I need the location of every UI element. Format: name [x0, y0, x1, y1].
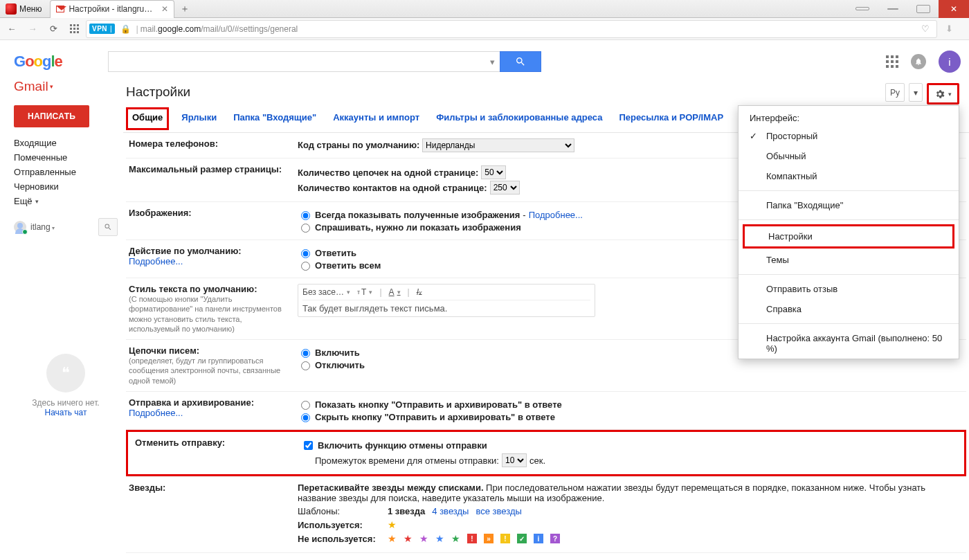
forward-button[interactable]: →	[24, 20, 42, 38]
images-ask-radio[interactable]	[301, 224, 310, 233]
sidebar-item-drafts[interactable]: Черновики	[14, 179, 118, 194]
settings-gear-button[interactable]: ▾	[927, 83, 959, 105]
menu-account-setup[interactable]: Настройка аккаунта Gmail (выполнено: 50 …	[739, 328, 959, 359]
address-bar[interactable]: VPN 🔒 | mail.google.com/mail/u/0/#settin…	[86, 20, 937, 38]
preset-all-stars[interactable]: все звезды	[476, 506, 521, 516]
opera-menu-button[interactable]: Меню	[0, 0, 47, 18]
menu-settings[interactable]: Настройки	[743, 224, 954, 249]
threads-note: (определяет, будут ли группироваться соо…	[129, 356, 292, 386]
font-size-button[interactable]: тT	[357, 287, 372, 297]
star-yellow-icon[interactable]: ★	[388, 519, 397, 530]
threads-off-radio[interactable]	[301, 361, 310, 370]
sidebar-item-inbox[interactable]: Входящие	[14, 136, 118, 150]
sidebar-item-sent[interactable]: Отправленные	[14, 165, 118, 179]
star-blue-icon[interactable]: ★	[435, 533, 444, 544]
font-color-button[interactable]: A	[389, 287, 401, 297]
images-always-radio[interactable]	[301, 211, 310, 220]
google-apps-icon[interactable]	[886, 55, 898, 68]
tab-accounts[interactable]: Аккаунты и импорт	[329, 109, 424, 132]
yellow-bang-icon[interactable]: !	[500, 534, 510, 543]
phone-country-select[interactable]: Нидерланды	[422, 138, 574, 152]
window-pin-button[interactable]	[847, 0, 878, 18]
density-comfortable[interactable]: Просторный	[739, 126, 959, 146]
remove-formatting-button[interactable]: Ix	[417, 287, 422, 297]
speed-dial-button[interactable]	[65, 20, 83, 38]
purple-question-icon[interactable]: ?	[550, 534, 560, 543]
reply-radio[interactable]	[301, 249, 310, 258]
default-action-label: Действие по умолчанию:	[129, 246, 242, 256]
compose-button[interactable]: НАПИСАТЬ	[14, 105, 89, 127]
google-logo[interactable]: Google	[14, 53, 62, 71]
download-button[interactable]: ⬇	[940, 20, 958, 38]
send-archive-hide-radio[interactable]	[301, 413, 310, 422]
input-tools-label: Ру	[890, 88, 900, 98]
star-red-icon[interactable]: ★	[404, 533, 413, 544]
font-family-button[interactable]: Без засе…	[302, 287, 350, 297]
vpn-badge[interactable]: VPN	[89, 24, 115, 34]
star-purple-icon[interactable]: ★	[419, 533, 428, 544]
threads-on-label: Включить	[315, 347, 360, 358]
search-button[interactable]	[500, 51, 541, 72]
hangouts-start-chat[interactable]: Начать чат	[14, 408, 118, 417]
density-cozy[interactable]: Обычный	[739, 146, 959, 166]
sidebar-item-starred[interactable]: Помеченные	[14, 150, 118, 165]
threads-on-radio[interactable]	[301, 349, 310, 358]
reply-all-label: Ответить всем	[315, 260, 381, 271]
input-tools-dropdown[interactable]: ▾	[909, 83, 923, 102]
default-action-learn-more[interactable]: Подробнее...	[129, 256, 183, 267]
hangouts-search-button[interactable]	[98, 218, 118, 236]
reply-all-radio[interactable]	[301, 262, 310, 271]
hangouts-avatar-icon[interactable]	[14, 221, 26, 233]
bookmark-icon[interactable]: ♡	[917, 24, 934, 34]
window-maximize-button[interactable]	[908, 0, 939, 18]
preset-4-stars[interactable]: 4 звезды	[432, 506, 469, 516]
window-close-button[interactable]: ✕	[939, 0, 969, 18]
tab-forwarding[interactable]: Пересылка и POP/IMAP	[615, 109, 727, 132]
search-icon	[515, 56, 526, 67]
hangouts-icon: ❝	[46, 354, 85, 392]
menu-inbox-config[interactable]: Папка "Входящие"	[739, 195, 959, 215]
row-stars: Звезды: Перетаскивайте звезды между спис…	[126, 477, 966, 553]
gmail-brand-dropdown[interactable]: Gmail	[14, 79, 118, 94]
close-icon[interactable]: ✕	[161, 4, 168, 14]
menu-feedback[interactable]: Отправить отзыв	[739, 279, 959, 299]
text-style-sample: Так будет выглядеть текст письма.	[302, 303, 590, 314]
threads-label: Цепочки писем:	[129, 345, 199, 356]
browser-toolbar: ← → ⟳ VPN 🔒 | mail.google.com/mail/u/0/#…	[0, 18, 969, 40]
tab-inbox[interactable]: Папка "Входящие"	[229, 109, 320, 132]
stars-not-in-use-label: Не используется:	[298, 534, 381, 544]
reload-button[interactable]: ⟳	[44, 20, 62, 38]
browser-tab[interactable]: Настройки - itlangru@gm… ✕	[50, 0, 174, 18]
search-options-dropdown[interactable]: ▾	[486, 51, 500, 72]
star-green-icon[interactable]: ★	[451, 533, 460, 544]
send-archive-learn-more[interactable]: Подробнее...	[129, 408, 183, 418]
back-button[interactable]: ←	[3, 20, 21, 38]
input-tools-button[interactable]: Ру	[885, 83, 905, 102]
send-archive-show-radio[interactable]	[301, 401, 310, 410]
contacts-per-page-select[interactable]: 250	[490, 181, 520, 195]
opera-menu-label: Меню	[19, 4, 42, 14]
tab-labels[interactable]: Ярлыки	[177, 109, 221, 132]
new-tab-button[interactable]: ＋	[177, 1, 192, 17]
window-minimize-button[interactable]	[878, 0, 908, 18]
menu-help[interactable]: Справка	[739, 299, 959, 319]
search-input[interactable]	[108, 51, 486, 72]
red-bang-icon[interactable]: !	[467, 534, 477, 543]
green-check-icon[interactable]: ✓	[517, 534, 527, 543]
density-compact[interactable]: Компактный	[739, 166, 959, 186]
notifications-icon[interactable]	[911, 54, 926, 69]
star-orange-icon[interactable]: ★	[388, 533, 397, 544]
images-learn-more[interactable]: Подробнее...	[529, 210, 583, 220]
hangouts-account-name[interactable]: itlang	[30, 222, 94, 232]
preset-1-star[interactable]: 1 звезда	[388, 506, 425, 516]
undo-send-checkbox[interactable]	[304, 441, 313, 450]
undo-period-select[interactable]: 10	[502, 453, 527, 467]
tab-general[interactable]: Общие	[126, 107, 169, 130]
blue-info-icon[interactable]: i	[534, 534, 543, 543]
menu-themes[interactable]: Темы	[739, 250, 959, 270]
sidebar-item-more[interactable]: Ещё	[14, 194, 118, 208]
orange-guillemet-icon[interactable]: »	[484, 534, 493, 543]
threads-per-page-select[interactable]: 50	[481, 165, 506, 179]
account-avatar[interactable]: i	[939, 51, 961, 73]
tab-filters[interactable]: Фильтры и заблокированные адреса	[432, 109, 606, 132]
